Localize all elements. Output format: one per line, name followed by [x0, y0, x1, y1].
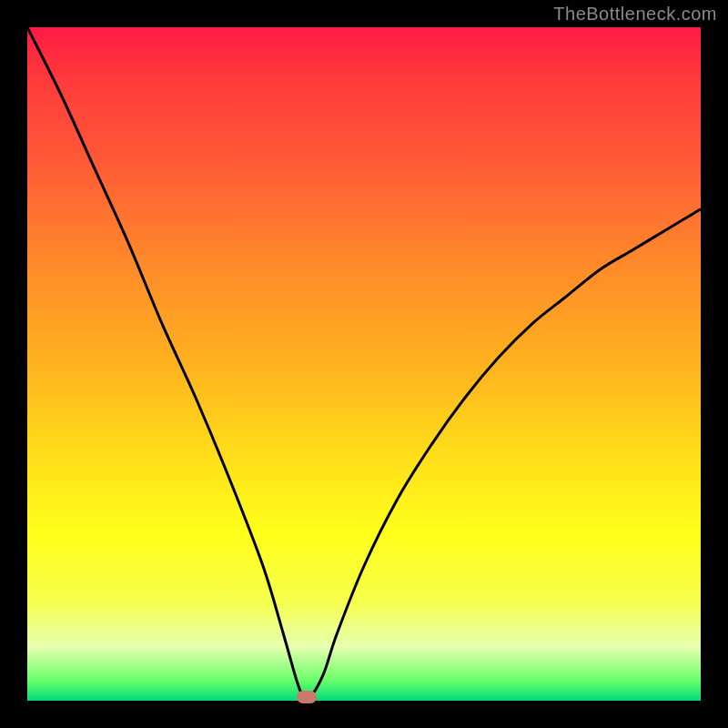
- minimum-marker: [297, 691, 317, 703]
- curve-path: [27, 27, 701, 700]
- plot-area: [27, 27, 701, 701]
- chart-frame: TheBottleneck.com: [0, 0, 728, 728]
- watermark-text: TheBottleneck.com: [553, 4, 717, 25]
- bottleneck-curve: [27, 27, 701, 701]
